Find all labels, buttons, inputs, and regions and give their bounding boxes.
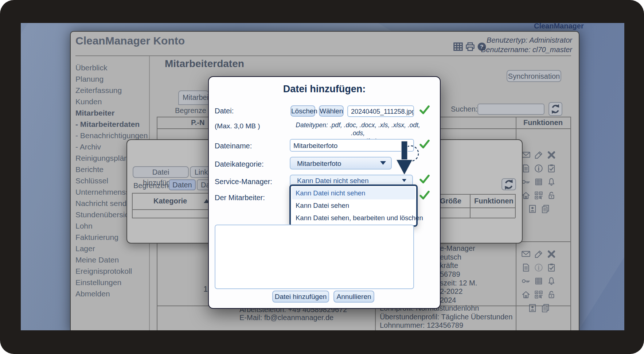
search-label: Suchen: — [451, 105, 477, 113]
info-icon[interactable] — [534, 263, 543, 272]
employee-text-fragment: szeit: 12 M. — [440, 279, 477, 287]
section-title: Mitarbeiterdaten — [165, 58, 244, 70]
sidebar-item-einstellungen[interactable]: Einstellungen — [75, 277, 148, 288]
employee-text-fragment: eutsch — [440, 253, 461, 261]
dialog-table-border — [470, 194, 471, 218]
dialog-table-border — [132, 193, 133, 218]
sidebar-item-überblick[interactable]: Überblick — [75, 62, 148, 73]
employee-text-fragment: 56789 — [440, 270, 460, 279]
synchronisation-button[interactable]: Synchronisation — [507, 70, 561, 82]
row-function-icons — [521, 249, 556, 317]
tab-mitarbeiter-partial[interactable]: Mitarbeit — [178, 90, 209, 105]
dialog-add-file-button[interactable]: Datei hinzufügen — [133, 166, 189, 178]
dialog-tab-daten[interactable]: Daten — [169, 179, 196, 190]
choose-file-button[interactable]: Wählen — [319, 105, 344, 117]
dialog-column-category[interactable]: Kategorie — [153, 197, 187, 205]
calculator-icon[interactable] — [534, 177, 543, 187]
cancel-button[interactable]: Annullieren — [333, 291, 374, 303]
column-pnr[interactable]: P.-N — [191, 118, 204, 127]
sidebar-item-abmelden[interactable]: Abmelden — [75, 288, 148, 299]
clipboard-check-icon[interactable] — [547, 263, 556, 272]
sidebar-item-zeiterfassung[interactable]: Zeiterfassung — [75, 85, 148, 96]
file-label: Datei: — [215, 107, 234, 115]
calculator-icon[interactable] — [534, 276, 543, 286]
category-select[interactable]: Mitarbeiterfoto — [290, 157, 392, 170]
employee-label: Der Mitarbeiter: — [215, 194, 265, 202]
permission-listbox: Kann Datei nicht sehenKann Datei sehenKa… — [289, 184, 418, 227]
documents-icon[interactable] — [540, 303, 550, 313]
sidebar-item-mitarbeiter[interactable]: Mitarbeiter — [75, 107, 148, 118]
filetypes-line1: Dateitypen: .pdf, .doc, .docx, .xls, .xl… — [288, 121, 428, 137]
home-icon[interactable] — [521, 290, 531, 299]
delete-file-button[interactable]: Löschen — [290, 105, 315, 117]
bell-icon[interactable] — [547, 177, 556, 187]
employee-text-fragment: 2024 — [440, 296, 456, 304]
cursor-arrow-icon — [390, 141, 419, 178]
employee-text-fragment: 2-2022 — [440, 287, 462, 296]
book-icon[interactable] — [521, 263, 531, 272]
id-card-icon[interactable] — [528, 204, 537, 214]
info-icon[interactable] — [534, 164, 543, 173]
category-label: Dateikategorie: — [215, 160, 264, 168]
table-grid-icon[interactable] — [453, 41, 464, 52]
filename-label: Dateiname: — [215, 142, 252, 150]
unlock-icon[interactable] — [547, 290, 556, 299]
employee-text-line: Lohnnummer: 123456789 — [380, 321, 463, 330]
delete-icon[interactable] — [547, 249, 556, 259]
check-icon — [419, 105, 430, 116]
chevron-down-icon — [380, 161, 386, 165]
dropdown-option[interactable]: Kann Datei sehen, bearbeiten und löschen — [292, 212, 415, 224]
dialog-refresh-icon[interactable] — [501, 178, 516, 190]
check-icon — [419, 139, 430, 150]
column-functions[interactable]: Funktionen — [516, 118, 570, 127]
employee-text-line: Überstundenprofil: Tägliche Überstunden — [380, 313, 512, 321]
brand-logo: CleanManager — [534, 23, 584, 30]
unlock-icon[interactable] — [547, 191, 556, 200]
page-title: CleanManager Konto — [75, 35, 185, 47]
file-name-display: 20240405_111258.jpg — [347, 105, 414, 117]
max-size-label: (Max. 3,0 MB ) — [215, 122, 260, 130]
comment-textarea[interactable] — [215, 225, 414, 289]
usertype-label: Benutzertyp: Administrator — [481, 35, 572, 45]
sidebar-item-lager[interactable]: Lager — [75, 243, 148, 254]
documents-icon[interactable] — [540, 204, 550, 214]
sidebar-item-kunden[interactable]: Kunden — [75, 96, 148, 107]
add-file-modal: Datei hinzufügen: Datei: Löschen Wählen … — [208, 76, 441, 309]
submit-add-file-button[interactable]: Datei hinzufügen — [272, 291, 329, 303]
sidebar-item-ereignisprotokoll[interactable]: Ereignisprotokoll — [75, 265, 148, 277]
service-manager-label: Service-Manager: — [215, 178, 272, 186]
qr-code-icon[interactable] — [534, 191, 543, 200]
chevron-down-icon — [402, 179, 406, 182]
header-divider — [75, 55, 571, 56]
qr-code-icon[interactable] — [534, 290, 543, 299]
dropdown-option[interactable]: Kann Datei sehen — [292, 199, 415, 212]
printer-icon[interactable] — [465, 41, 476, 52]
screenshot-stage: CleanManager CleanManager Konto ? Benutz… — [0, 0, 644, 354]
check-icon — [419, 174, 430, 185]
sidebar-item-planung[interactable]: Planung — [75, 73, 148, 85]
id-card-icon[interactable] — [528, 303, 537, 313]
sidebar-item-mitarbeiterdaten[interactable]: - Mitarbeiterdaten — [75, 118, 148, 130]
sidebar-item-meine-daten[interactable]: Meine Daten — [75, 254, 148, 265]
refresh-icon[interactable] — [549, 102, 562, 116]
edit-icon[interactable] — [534, 249, 543, 259]
dialog-column-functions[interactable]: Funktionen — [474, 197, 514, 205]
bell-icon[interactable] — [547, 276, 556, 286]
employee-text-line: E-Mail: fb@cleanmanager.de — [239, 314, 333, 322]
user-info: Benutzertyp: Administrator Benutzername:… — [481, 35, 572, 54]
delete-icon[interactable] — [547, 150, 556, 160]
limit-label-partial: Begrenze — [175, 106, 206, 115]
dialog-table-border — [515, 194, 516, 218]
mail-icon[interactable] — [521, 249, 531, 259]
clipboard-check-icon[interactable] — [547, 164, 556, 173]
key-icon[interactable] — [521, 276, 531, 286]
dialog-column-size[interactable]: Größe — [440, 197, 461, 205]
check-icon — [419, 190, 430, 201]
modal-title: Datei hinzufügen: — [209, 83, 440, 95]
table-border — [570, 117, 571, 330]
employee-text-fragment: e-Manager — [440, 244, 475, 253]
search-input[interactable] — [477, 104, 545, 115]
row-function-icons — [521, 150, 556, 218]
edit-icon[interactable] — [534, 150, 543, 160]
dropdown-option[interactable]: Kann Datei nicht sehen — [292, 187, 415, 199]
